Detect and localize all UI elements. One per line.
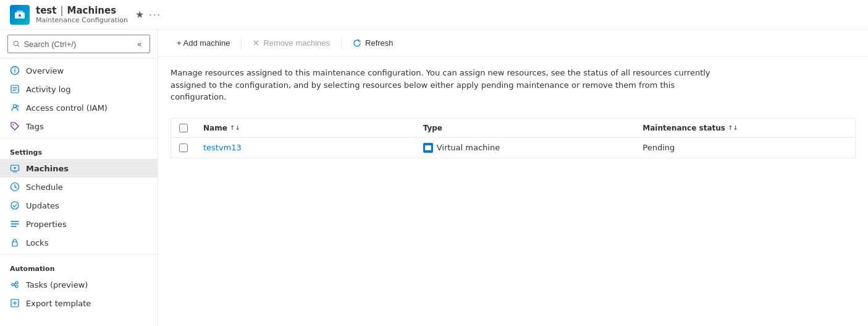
toolbar: + Add machine ✕ Remove machines Refresh	[158, 30, 868, 57]
sidebar-item-tags[interactable]: Tags	[0, 117, 158, 135]
sidebar-item-overview-label: Overview	[26, 66, 64, 75]
sidebar-item-properties-label: Properties	[26, 220, 67, 229]
row-type-cell: Virtual machine	[416, 138, 636, 158]
refresh-label: Refresh	[365, 38, 394, 48]
sidebar-item-access-control-label: Access control (IAM)	[26, 103, 107, 113]
sidebar-item-access-control[interactable]: Access control (IAM)	[0, 98, 158, 117]
main-content: + Add machine ✕ Remove machines Refresh …	[158, 30, 868, 326]
refresh-button[interactable]: Refresh	[347, 35, 400, 51]
svg-line-30	[14, 285, 15, 286]
header-title: test | Machines	[36, 5, 128, 16]
search-icon	[13, 40, 20, 48]
automation-section-label: Automation	[0, 257, 158, 275]
remove-machines-label: Remove machines	[263, 38, 330, 48]
app-header: test | Machines Maintenance Configuratio…	[0, 0, 868, 30]
automation-divider	[0, 254, 158, 255]
search-input[interactable]	[23, 40, 130, 49]
sidebar-item-overview[interactable]: Overview	[0, 61, 158, 80]
header-actions: ★ ···	[135, 9, 161, 20]
toolbar-divider-1	[241, 37, 242, 49]
svg-point-26	[12, 283, 14, 286]
tasks-icon	[10, 280, 20, 290]
svg-point-17	[14, 167, 16, 169]
sidebar-item-schedule[interactable]: Schedule	[0, 178, 158, 196]
header-title-group: test | Machines Maintenance Configuratio…	[36, 5, 128, 24]
sidebar-nav: Overview Activity log Access control (IA…	[0, 59, 158, 326]
row-name-cell: testvm13	[196, 138, 416, 158]
vm-name-link[interactable]: testvm13	[203, 143, 242, 152]
sidebar-item-activity-log-label: Activity log	[26, 85, 71, 94]
svg-rect-25	[12, 242, 17, 246]
tags-icon	[10, 121, 20, 131]
sidebar-item-properties[interactable]: Properties	[0, 215, 158, 233]
add-machine-label: + Add machine	[177, 38, 230, 48]
app-icon	[10, 5, 30, 25]
svg-point-28	[15, 285, 18, 288]
row-checkbox-cell	[171, 138, 196, 158]
svg-point-14	[13, 124, 14, 126]
settings-section-label: Settings	[0, 141, 158, 159]
sidebar-item-tasks-label: Tasks (preview)	[26, 280, 88, 290]
name-sort-icon[interactable]: ↑↓	[230, 124, 240, 131]
sidebar-item-tasks[interactable]: Tasks (preview)	[0, 275, 158, 294]
sidebar-item-schedule-label: Schedule	[26, 182, 63, 192]
remove-machines-button[interactable]: ✕ Remove machines	[246, 35, 336, 51]
search-box[interactable]: «	[7, 35, 150, 53]
locks-icon	[10, 238, 20, 247]
svg-point-12	[14, 105, 17, 108]
sidebar-item-machines-label: Machines	[26, 164, 69, 173]
column-header-type: Type	[416, 119, 636, 137]
properties-icon	[10, 219, 20, 229]
column-header-name: Name ↑↓	[196, 119, 416, 137]
sidebar-item-export-template[interactable]: Export template	[0, 294, 158, 312]
export-template-icon	[10, 298, 20, 308]
table-header: Name ↑↓ Type Maintenance status ↑↓	[171, 119, 855, 138]
description-text: Manage resources assigned to this mainte…	[171, 67, 727, 103]
sidebar: « Overview Activity log	[0, 30, 158, 326]
overview-icon	[10, 66, 20, 75]
sidebar-item-updates[interactable]: Updates	[0, 196, 158, 215]
sidebar-item-locks-label: Locks	[26, 238, 48, 247]
content-area: Manage resources assigned to this mainte…	[158, 57, 868, 326]
sidebar-item-export-template-label: Export template	[26, 299, 91, 308]
svg-point-2	[19, 14, 21, 17]
machines-icon	[10, 163, 20, 173]
resource-type: Machines	[67, 5, 117, 16]
svg-point-21	[11, 202, 19, 209]
svg-point-27	[15, 281, 18, 284]
refresh-icon	[353, 39, 361, 48]
access-control-icon	[10, 103, 20, 113]
select-all-checkbox[interactable]	[179, 124, 188, 132]
settings-divider	[0, 138, 158, 139]
row-checkbox[interactable]	[179, 144, 188, 152]
svg-point-7	[14, 68, 15, 69]
activity-log-icon	[10, 84, 20, 94]
app-body: « Overview Activity log	[0, 30, 868, 326]
sidebar-item-tags-label: Tags	[26, 122, 44, 131]
sidebar-item-locks[interactable]: Locks	[0, 233, 158, 252]
app-name: test	[36, 5, 56, 16]
vm-type-icon	[423, 143, 433, 153]
machines-table: Name ↑↓ Type Maintenance status ↑↓	[171, 118, 856, 158]
more-options-icon[interactable]: ···	[149, 10, 161, 20]
maintenance-status-value: Pending	[643, 143, 675, 152]
vm-type-label: Virtual machine	[437, 143, 500, 152]
sidebar-item-activity-log[interactable]: Activity log	[0, 80, 158, 98]
remove-machines-icon: ✕	[253, 38, 259, 48]
maintenance-status-sort-icon[interactable]: ↑↓	[728, 124, 738, 131]
header-separator: |	[60, 5, 63, 16]
toolbar-divider-2	[341, 37, 342, 49]
header-checkbox-cell	[171, 119, 196, 137]
sidebar-item-machines[interactable]: Machines	[0, 159, 158, 178]
add-machine-button[interactable]: + Add machine	[171, 35, 236, 51]
favorite-icon[interactable]: ★	[135, 9, 144, 20]
sidebar-search-container: «	[0, 30, 158, 59]
column-header-maintenance-status: Maintenance status ↑↓	[635, 119, 855, 137]
header-subtitle: Maintenance Configuration	[36, 16, 128, 24]
schedule-icon	[10, 182, 20, 192]
svg-line-20	[15, 187, 17, 188]
table-row: testvm13 Virtual machine Pending	[171, 138, 855, 158]
svg-point-13	[17, 105, 19, 107]
svg-line-4	[18, 45, 19, 46]
collapse-sidebar-button[interactable]: «	[134, 38, 145, 50]
